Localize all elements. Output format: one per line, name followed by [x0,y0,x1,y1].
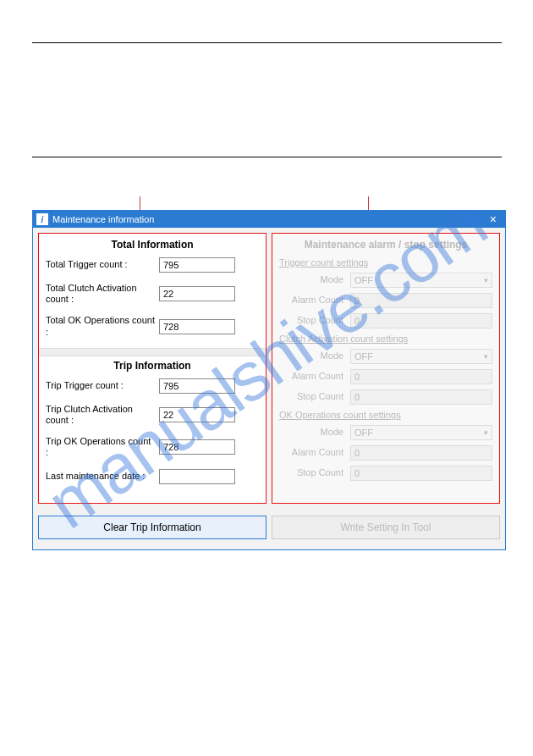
clutch-alarm-label: Alarm Count [279,371,347,382]
ok-alarm-input[interactable]: 0 [350,445,492,461]
trip-clutch-row: Trip Clutch Activation count : 22 [46,404,259,426]
total-clutch-row: Total Clutch Activation count : 22 [46,283,259,305]
clear-trip-button[interactable]: Clear Trip Information [38,516,266,539]
ok-mode-select[interactable]: OFF ▾ [350,425,492,440]
clutch-stop-input[interactable]: 0 [350,389,492,405]
trigger-stop-label: Stop Count [279,315,347,326]
chevron-down-icon: ▾ [484,428,488,437]
divider-mid [32,157,502,157]
trip-trigger-row: Trip Trigger count : 795 [46,378,259,394]
trigger-mode-value: OFF [354,275,373,285]
trip-clutch-label: Trip Clutch Activation count : [46,404,156,426]
trigger-alarm-label: Alarm Count [279,295,347,306]
ok-stop-row: Stop Count 0 [279,466,492,481]
button-row: Clear Trip Information Write Setting In … [33,509,505,549]
ok-mode-label: Mode [279,427,347,438]
trigger-stop-input[interactable]: 0 [350,313,492,328]
total-ok-row: Total OK Operations count : 728 [46,315,259,337]
ok-settings-heading: OK Operations count settings [279,410,492,420]
total-trigger-label: Total Trigger count : [46,259,156,270]
ok-alarm-row: Alarm Count 0 [279,445,492,461]
ok-alarm-label: Alarm Count [279,447,347,458]
trip-ok-row: Trip OK Operations count : 728 [46,436,259,458]
trip-ok-input[interactable]: 728 [159,439,235,455]
divider-top [32,42,502,43]
total-ok-input[interactable]: 728 [159,319,235,334]
clutch-mode-select[interactable]: OFF ▾ [350,349,492,364]
total-info-heading: Total Information [46,239,259,251]
close-icon[interactable]: × [485,212,502,226]
last-maintenance-label: Last maintenance date : [46,471,156,482]
clutch-alarm-input[interactable]: 0 [350,369,492,384]
chevron-down-icon: ▾ [484,352,488,361]
trigger-stop-row: Stop Count 0 [279,313,492,328]
titlebar: i Maintenance information × [33,211,505,228]
chevron-down-icon: ▾ [484,276,488,284]
trip-trigger-input[interactable]: 795 [159,378,235,394]
info-icon: i [36,213,48,225]
trigger-mode-row: Mode OFF ▾ [279,273,492,288]
alarm-heading: Maintenance alarm / stop settings [279,239,492,251]
clutch-alarm-row: Alarm Count 0 [279,369,492,384]
last-maintenance-row: Last maintenance date : [46,469,259,484]
clutch-settings-heading: Clutch Activation count settings [279,334,492,344]
dialog-body: Total Information Total Trigger count : … [33,228,505,509]
last-maintenance-input[interactable] [159,469,235,484]
trigger-alarm-row: Alarm Count 0 [279,293,492,308]
trigger-mode-select[interactable]: OFF ▾ [350,273,492,288]
trip-info-heading: Trip Information [46,360,259,372]
marker-left [140,196,140,210]
alarm-settings-panel: Maintenance alarm / stop settings Trigge… [272,233,500,504]
trigger-settings-heading: Trigger count settings [279,257,492,268]
total-clutch-label: Total Clutch Activation count : [46,283,156,305]
write-setting-button: Write Setting In Tool [272,516,500,539]
trigger-mode-label: Mode [279,274,347,285]
total-trigger-row: Total Trigger count : 795 [46,257,259,273]
ok-stop-label: Stop Count [279,467,347,478]
trip-trigger-label: Trip Trigger count : [46,380,156,391]
trigger-alarm-input[interactable]: 0 [350,293,492,308]
ok-stop-input[interactable]: 0 [350,466,492,481]
window-title: Maintenance information [52,214,485,224]
clutch-mode-value: OFF [354,351,373,361]
clutch-mode-label: Mode [279,350,347,361]
total-clutch-input[interactable]: 22 [159,286,235,301]
clutch-stop-label: Stop Count [279,391,347,402]
clutch-mode-row: Mode OFF ▾ [279,349,492,364]
ok-mode-value: OFF [354,428,373,438]
panel-divider [39,348,266,356]
clutch-stop-row: Stop Count 0 [279,389,492,405]
total-trigger-input[interactable]: 795 [159,257,235,273]
information-panel: Total Information Total Trigger count : … [38,233,266,504]
trip-clutch-input[interactable]: 22 [159,407,235,422]
total-ok-label: Total OK Operations count : [46,315,156,337]
maintenance-window: i Maintenance information × Total Inform… [32,210,506,550]
ok-mode-row: Mode OFF ▾ [279,425,492,440]
marker-right [368,196,369,210]
trip-ok-label: Trip OK Operations count : [46,436,156,458]
